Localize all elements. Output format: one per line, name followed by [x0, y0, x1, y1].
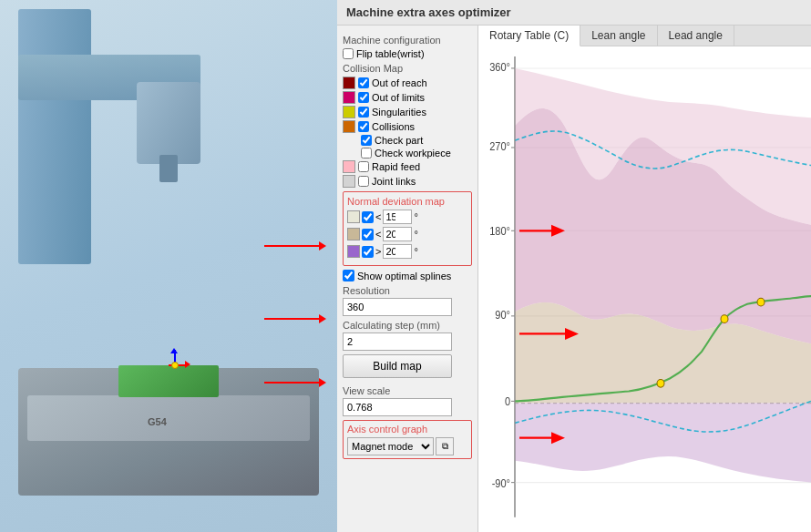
out-of-limits-swatch	[343, 91, 355, 104]
dev2-swatch	[347, 228, 360, 240]
resolution-input[interactable]: 360	[343, 298, 452, 316]
axis-control-label: Axis control graph	[347, 424, 467, 435]
check-workpiece-row: Check workpiece	[343, 148, 472, 159]
dev1-operator: <	[375, 211, 381, 222]
check-part-label: Check part	[375, 135, 423, 146]
out-of-limits-checkbox[interactable]	[358, 92, 369, 103]
collisions-checkbox[interactable]	[358, 121, 369, 132]
check-workpiece-checkbox[interactable]	[361, 148, 372, 159]
svg-text:0: 0	[505, 395, 510, 406]
copy-button[interactable]: ⧉	[436, 437, 454, 455]
tab-lead-angle[interactable]: Lead angle	[658, 26, 734, 46]
dev2-operator: <	[375, 229, 381, 240]
out-of-limits-label: Out of limits	[372, 92, 425, 103]
machine-config-label: Machine configuration	[343, 35, 472, 46]
dev-row-1: < °	[347, 210, 467, 224]
dev2-degree: °	[414, 229, 417, 240]
svg-text:360°: 360°	[489, 62, 510, 73]
rapid-feed-label: Rapid feed	[372, 161, 420, 172]
show-splines-label: Show optimal splines	[357, 271, 451, 281]
svg-point-28	[721, 315, 728, 323]
axis-control-section: Axis control graph Magnet mode Normal mo…	[343, 420, 472, 459]
svg-text:-90°: -90°	[492, 478, 510, 489]
tabs-row: Rotary Table (C) Lean angle Lead angle	[478, 26, 811, 46]
rapid-feed-swatch	[343, 160, 355, 173]
tab-lean-angle[interactable]: Lean angle	[580, 26, 657, 46]
dev2-value[interactable]	[383, 227, 412, 241]
svg-text:270°: 270°	[489, 141, 510, 152]
axis-control-select[interactable]: Magnet mode Normal mode Manual	[347, 437, 434, 455]
collisions-label: Collisions	[372, 121, 415, 132]
svg-point-27	[657, 379, 664, 387]
right-panel: Machine extra axes optimizer Machine con…	[337, 0, 811, 532]
view-scale-label: View scale	[343, 385, 472, 396]
out-of-reach-label: Out of reach	[372, 77, 427, 88]
flip-table-checkbox[interactable]	[343, 48, 354, 59]
dev1-checkbox[interactable]	[362, 211, 374, 223]
show-splines-row: Show optimal splines	[343, 270, 472, 281]
resolution-label: Resolution	[343, 285, 472, 296]
dev3-checkbox[interactable]	[362, 246, 374, 258]
svg-text:90°: 90°	[495, 310, 510, 321]
check-part-checkbox[interactable]	[361, 135, 372, 146]
dev2-checkbox[interactable]	[362, 229, 374, 240]
dev1-swatch	[347, 210, 360, 223]
calc-step-input[interactable]: 2	[343, 332, 452, 351]
axis-select-row: Magnet mode Normal mode Manual ⧉	[347, 437, 467, 455]
singularities-label: Singularities	[372, 107, 426, 118]
dev-row-3: > °	[347, 244, 467, 259]
normal-deviation-label: Normal deviation map	[347, 196, 467, 207]
joint-links-row: Joint links	[343, 175, 472, 188]
dev1-degree: °	[414, 211, 417, 222]
singularities-checkbox[interactable]	[358, 107, 369, 118]
out-of-reach-checkbox[interactable]	[358, 77, 369, 88]
3d-viewport: G54	[0, 0, 337, 532]
dev3-operator: >	[375, 246, 381, 257]
show-splines-checkbox[interactable]	[343, 270, 354, 281]
view-scale-input[interactable]: 0.768	[343, 398, 452, 416]
calc-step-label: Calculating step (mm)	[343, 320, 472, 331]
singularities-swatch	[343, 106, 355, 118]
dev3-swatch	[347, 245, 360, 258]
joint-links-swatch	[343, 175, 355, 188]
panel-title: Machine extra axes optimizer	[337, 0, 811, 26]
collisions-swatch	[343, 120, 355, 133]
svg-text:180°: 180°	[489, 225, 510, 236]
dev-row-2: < °	[347, 227, 467, 241]
out-of-limits-row: Out of limits	[343, 91, 472, 104]
chart-svg: 360° 270° 180° 90° 0 -90°	[478, 46, 811, 532]
rapid-feed-checkbox[interactable]	[358, 161, 369, 172]
joint-links-label: Joint links	[372, 176, 416, 187]
dev3-degree: °	[414, 246, 417, 257]
dev3-value[interactable]	[383, 244, 412, 259]
controls-column: Machine configuration Flip table(wrist) …	[337, 26, 478, 532]
chart-column: Rotary Table (C) Lean angle Lead angle 3…	[478, 26, 811, 532]
build-map-button[interactable]: Build map	[343, 354, 452, 378]
collision-map-label: Collision Map	[343, 63, 472, 74]
tab-rotary-table[interactable]: Rotary Table (C)	[478, 26, 580, 46]
rapid-feed-row: Rapid feed	[343, 160, 472, 173]
chart-area: 360° 270° 180° 90° 0 -90°	[478, 46, 811, 532]
out-of-reach-swatch	[343, 77, 355, 89]
flip-table-label: Flip table(wrist)	[356, 48, 425, 59]
out-of-reach-row: Out of reach	[343, 77, 472, 89]
svg-point-29	[757, 298, 765, 306]
check-workpiece-label: Check workpiece	[375, 148, 451, 159]
dev1-value[interactable]	[383, 210, 412, 224]
check-part-row: Check part	[343, 135, 472, 146]
flip-table-row: Flip table(wrist)	[343, 48, 472, 59]
joint-links-checkbox[interactable]	[358, 176, 369, 187]
collisions-row: Collisions	[343, 120, 472, 133]
singularities-row: Singularities	[343, 106, 472, 118]
g54-label: G54	[148, 416, 167, 427]
normal-deviation-section: Normal deviation map < ° < °	[343, 191, 472, 266]
